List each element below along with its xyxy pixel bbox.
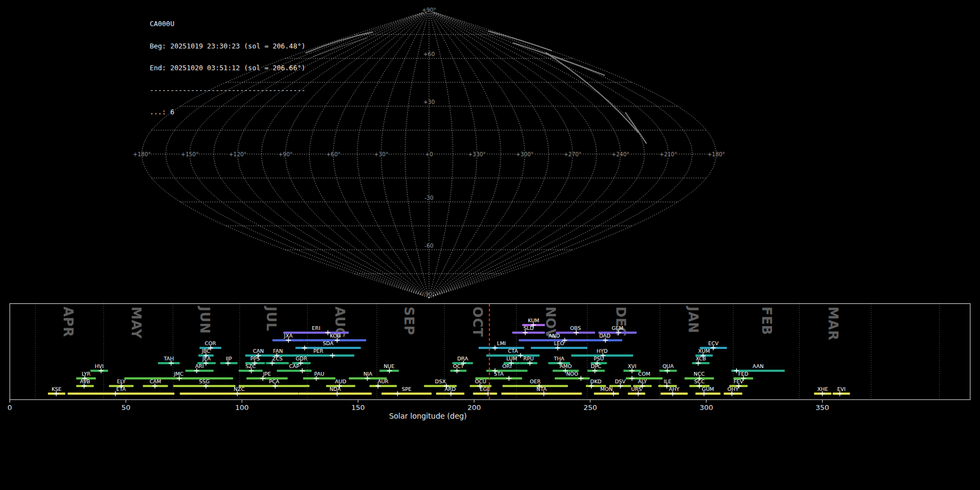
shower-bar [512, 332, 545, 334]
shower-label: ELY [117, 378, 126, 384]
shower-label: ZCS [272, 356, 283, 362]
shower-label: HVI [95, 363, 103, 369]
shower-label: DKD [590, 378, 602, 384]
shower-label: AUD [335, 378, 346, 384]
shower-label: ERI [312, 325, 320, 331]
shower-peak-marker [330, 353, 335, 358]
lat-label: -30 [425, 195, 433, 201]
lat-label: +30 [423, 99, 434, 105]
shower-label: CTA [508, 348, 518, 354]
shower-label: LYR [82, 371, 91, 377]
shower-label: JBC [201, 348, 210, 354]
shower-label: PER [314, 348, 324, 354]
shower-label: AND [549, 333, 560, 339]
shower-label: FEV [733, 378, 743, 384]
shower-label: JMC [173, 371, 183, 377]
south-pole-label: -90° [423, 291, 434, 297]
shower-label: OHY [727, 386, 739, 392]
shower-label: NCC [694, 371, 705, 377]
shower-bar [283, 354, 354, 357]
lat-label: +60 [423, 51, 434, 57]
shower-label: NTA [536, 386, 547, 392]
month-label: MAR [825, 307, 841, 340]
shower-bar [266, 362, 289, 364]
shower-label: LEO [554, 340, 565, 346]
shower-label: AHY [669, 386, 679, 392]
lon-label: +330° [468, 151, 486, 157]
shower-label: ECV [708, 340, 719, 346]
shower-label: HYD [597, 348, 608, 354]
shower-label: DSX [435, 378, 446, 384]
shower-peak-marker [518, 353, 523, 358]
shower-label: NOO [566, 371, 578, 377]
shower-bar [555, 377, 590, 379]
meteor-trail [488, 31, 552, 51]
shower-label: NUE [384, 363, 395, 369]
shower-label: PPS [250, 356, 260, 362]
shower-label: FED [738, 371, 749, 377]
shower-bar [247, 377, 288, 379]
shower-label: TAH [163, 356, 174, 362]
shower-label: GDR [296, 356, 308, 362]
shower-bar [503, 385, 568, 387]
shower-label: GEM [611, 325, 623, 331]
lon-label: +300° [516, 151, 534, 157]
shower-label: XUM [698, 348, 710, 354]
shower-label: XCB [696, 356, 706, 362]
shower-label: DRA [457, 356, 469, 362]
lon-label: +0 [425, 151, 433, 157]
shower-peak-marker [302, 346, 307, 351]
shower-peak-marker [629, 376, 634, 381]
tick-label: 250 [584, 403, 597, 412]
shower-label: STA [494, 371, 504, 377]
shower-label: ALY [638, 378, 647, 384]
shower-label: JPE [262, 371, 271, 377]
shower-bar [486, 370, 528, 372]
shower-label: AMO [560, 363, 572, 369]
shower-label: EGE [480, 386, 490, 392]
sky-map: +180°+150°+120°+90°+60°+30°+0+330°+300°+… [0, 0, 980, 303]
lon-label: +210° [659, 151, 677, 157]
shower-label: AUR [378, 378, 389, 384]
shower-bar [277, 370, 311, 372]
tick-label: 350 [816, 403, 829, 412]
separator-line: -------------------------------------- [150, 87, 305, 94]
meteor-count-line: ...: 6 [150, 108, 305, 116]
shower-peak-marker [579, 376, 584, 381]
shower-label: ORI [503, 363, 512, 369]
north-pole-label: +90° [422, 7, 436, 13]
shower-bar [303, 377, 336, 379]
shower-label: NDA [329, 386, 341, 392]
shower-bar [185, 370, 213, 372]
shower-label: QUA [663, 363, 674, 369]
shower-label: XHE [817, 386, 828, 392]
begin-time-line: Beg: 20251019 23:30:23 (sol = 206.48°) [150, 42, 305, 50]
shower-label: CAM [150, 378, 161, 384]
shower-label: PAU [314, 371, 324, 377]
month-label: OCT [470, 307, 485, 337]
station-id: CA000U [150, 20, 305, 28]
shower-label: ARI [195, 363, 204, 369]
end-time-line: End: 20251020 03:51:12 (sol = 206.66°) [150, 64, 305, 72]
shower-bar [692, 362, 709, 364]
shower-bar [382, 393, 432, 395]
shower-label: ILE [664, 378, 671, 384]
shower-label: JEA [202, 356, 211, 362]
month-label: JAN [685, 305, 701, 333]
shower-label: SSG [199, 378, 210, 384]
shower-label: EVI [837, 386, 846, 392]
shower-label: OBS [570, 325, 581, 331]
month-label: SEP [401, 307, 416, 335]
shower-label: JXA [284, 333, 293, 339]
shower-label: ARD [445, 386, 456, 392]
shower-label: SCC [694, 378, 705, 384]
shower-label: LUM [506, 356, 517, 362]
tick-label: 0 [8, 403, 12, 412]
meteor-trail [513, 43, 604, 75]
lon-label: +120° [229, 151, 246, 157]
shower-label: COM [638, 371, 650, 377]
shower-label: LMI [497, 340, 506, 346]
month-label: APR [60, 307, 76, 337]
shower-label: PSU [594, 356, 604, 362]
shower-label: ETA [117, 386, 126, 392]
